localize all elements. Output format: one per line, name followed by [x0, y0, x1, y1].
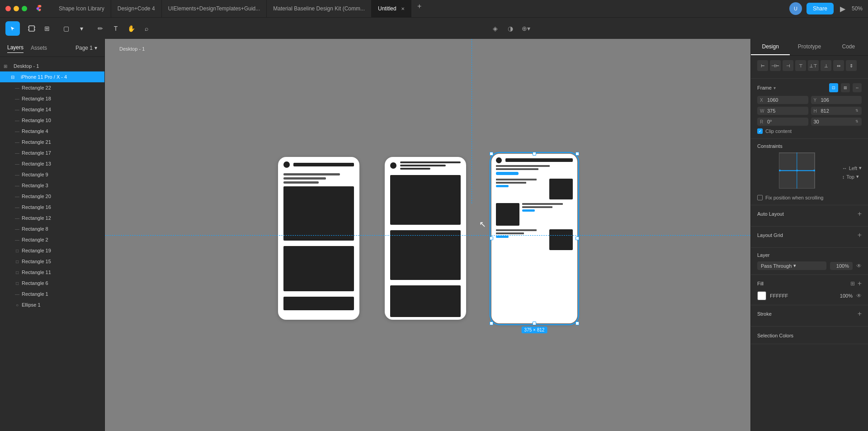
- visibility-icon[interactable]: 👁: [856, 263, 862, 269]
- tab-close-icon[interactable]: ✕: [401, 6, 405, 11]
- frame-fixed-icon[interactable]: ⊡: [829, 83, 838, 92]
- layer-item-rect17[interactable]: — Rectangle 17: [0, 147, 104, 158]
- tab-uielements[interactable]: UIElements+DesignTemplates+Guid...: [162, 0, 267, 17]
- layer-item-rect15[interactable]: □ Rectangle 15: [0, 256, 104, 267]
- layer-item-rect8[interactable]: — Rectangle 8: [0, 223, 104, 234]
- distribute-v-button[interactable]: ⇕: [846, 60, 857, 71]
- layers-tab[interactable]: Layers: [7, 43, 24, 53]
- layer-item-rect10[interactable]: — Rectangle 10: [0, 115, 104, 126]
- fix-scroll-checkbox[interactable]: [757, 195, 763, 200]
- layer-item-rect20[interactable]: — Rectangle 20: [0, 191, 104, 202]
- shape-tool-button[interactable]: ▢: [59, 21, 73, 36]
- fill-visibility-icon[interactable]: 👁: [856, 293, 862, 299]
- blend-mode-select[interactable]: Pass Through ▾: [757, 261, 826, 270]
- text-tool-button[interactable]: T: [108, 21, 123, 36]
- assets-tab[interactable]: Assets: [31, 43, 47, 53]
- align-center-h-button[interactable]: ⊣⊢: [770, 60, 781, 71]
- clip-input[interactable]: 30 ⇅: [811, 118, 862, 126]
- align-center-v-button[interactable]: ⊥⊤: [808, 60, 819, 71]
- tab-design-code[interactable]: Design+Code 4: [111, 0, 162, 17]
- x-input[interactable]: X 1060: [757, 96, 808, 104]
- y-input[interactable]: Y 106: [811, 96, 862, 104]
- h-constraint-label[interactable]: ↔ Left ▾: [842, 165, 862, 171]
- search-tool-button[interactable]: ⌕: [139, 21, 154, 36]
- align-left-button[interactable]: ⊢: [757, 60, 768, 71]
- layer-item-rect3[interactable]: — Rectangle 3: [0, 180, 104, 191]
- contrast-icon[interactable]: ◑: [504, 22, 517, 35]
- frame-tool-button[interactable]: [24, 21, 39, 36]
- layer-item-rect19[interactable]: □ Rectangle 19: [0, 245, 104, 256]
- code-tab[interactable]: Code: [829, 39, 868, 55]
- move-tool-button[interactable]: [5, 21, 20, 36]
- stroke-add-button[interactable]: +: [858, 310, 862, 318]
- phone-mockup-1[interactable]: [278, 157, 359, 320]
- fill-color-swatch[interactable]: [757, 291, 766, 300]
- rotation-input[interactable]: R 0°: [757, 118, 808, 126]
- fill-add-button[interactable]: +: [858, 279, 862, 288]
- layer-item-ellipse1[interactable]: ○ Ellipse 1: [0, 299, 104, 310]
- distribute-h-button[interactable]: ⇔: [833, 60, 844, 71]
- h-input[interactable]: H 812 ⇅: [811, 107, 862, 115]
- frame-label-row: Frame ▾ ⊡ ⊞ ↔: [757, 83, 862, 92]
- align-right-button[interactable]: ⊣: [783, 60, 793, 71]
- add-tab-button[interactable]: +: [413, 0, 426, 13]
- grid-tool-button[interactable]: ⊞: [40, 21, 54, 36]
- layer-item-rect22[interactable]: — Rectangle 22: [0, 82, 104, 93]
- clip-content-checkbox[interactable]: ✓: [757, 128, 763, 134]
- hand-tool-button[interactable]: ✋: [124, 21, 138, 36]
- layout-grid-add-button[interactable]: +: [858, 231, 862, 239]
- prototype-tab[interactable]: Prototype: [790, 39, 829, 55]
- clip-stepper[interactable]: ⇅: [854, 120, 859, 123]
- layer-item-rect16[interactable]: — Rectangle 16: [0, 202, 104, 213]
- tab-material[interactable]: Material Baseline Design Kit (Comm...: [267, 0, 372, 17]
- layer-item-rect18[interactable]: — Rectangle 18: [0, 93, 104, 104]
- fill-icon[interactable]: ◈: [489, 22, 501, 35]
- tab-shape-icon-library[interactable]: Shape Icon Library: [52, 0, 111, 17]
- fill-style-icon[interactable]: ⊞: [850, 280, 855, 287]
- layer-item-rect4[interactable]: — Rectangle 4: [0, 126, 104, 137]
- layer-item-rect1[interactable]: — Rectangle 1: [0, 289, 104, 299]
- v-constraint-label[interactable]: ↕ Top ▾: [842, 174, 862, 180]
- frame-resize-icons: ⊡ ⊞ ↔: [829, 83, 862, 92]
- minimize-button[interactable]: [14, 6, 19, 11]
- layer-item-desktop1[interactable]: ⊞ Desktop - 1: [0, 61, 104, 71]
- design-tab[interactable]: Design: [751, 39, 790, 55]
- stroke-label: Stroke: [757, 311, 772, 317]
- selection-handle-bm: [533, 322, 536, 325]
- layer-item-rect13[interactable]: — Rectangle 13: [0, 158, 104, 169]
- layer-item-rect9[interactable]: — Rectangle 9: [0, 169, 104, 180]
- layer-item-rect11[interactable]: □ Rectangle 11: [0, 267, 104, 278]
- h-stepper[interactable]: ⇅: [854, 109, 859, 113]
- auto-layout-add-button[interactable]: +: [858, 210, 862, 218]
- maximize-button[interactable]: [22, 6, 27, 11]
- align-top-button[interactable]: ⊤: [795, 60, 806, 71]
- frame-resize-icon[interactable]: ↔: [853, 83, 862, 92]
- frame-chevron-icon[interactable]: ▾: [774, 85, 776, 90]
- share-button[interactable]: Share: [807, 3, 834, 14]
- opacity-input[interactable]: 100%: [830, 262, 853, 270]
- align-bottom-button[interactable]: ⊥: [821, 60, 831, 71]
- layer-item-rect21[interactable]: — Rectangle 21: [0, 137, 104, 147]
- zoom-label[interactable]: 50%: [852, 5, 863, 12]
- sidebar-tab-bar: Layers Assets Page 1 ▾: [0, 39, 104, 57]
- phone-mockup-2[interactable]: [385, 157, 466, 320]
- canvas[interactable]: Desktop - 1: [105, 39, 750, 431]
- play-button[interactable]: ▶: [838, 3, 847, 15]
- w-input[interactable]: W 375: [757, 107, 808, 115]
- tab-untitled[interactable]: Untitled ✕: [372, 0, 411, 17]
- fill-opacity-value[interactable]: 100%: [836, 293, 853, 298]
- phone3-row2-line1: [522, 203, 563, 205]
- shape-dropdown-button[interactable]: ▾: [74, 21, 89, 36]
- layer-item-rect12[interactable]: — Rectangle 12: [0, 213, 104, 223]
- frame-auto-icon[interactable]: ⊞: [841, 83, 850, 92]
- layer-item-rect2[interactable]: — Rectangle 2: [0, 234, 104, 245]
- page-selector[interactable]: Page 1 ▾: [75, 45, 97, 51]
- pen-tool-button[interactable]: ✏: [93, 21, 108, 36]
- close-button[interactable]: [5, 6, 11, 11]
- layer-item-rect14[interactable]: — Rectangle 14: [0, 104, 104, 115]
- layer-item-rect6[interactable]: □ Rectangle 6: [0, 278, 104, 289]
- phone-mockup-3[interactable]: [491, 154, 577, 323]
- layer-item-iphone11[interactable]: ⊟ iPhone 11 Pro / X - 4: [0, 71, 104, 82]
- fill-hex-value[interactable]: FFFFFF: [770, 293, 833, 298]
- blend-icon[interactable]: ⊕▾: [519, 22, 532, 35]
